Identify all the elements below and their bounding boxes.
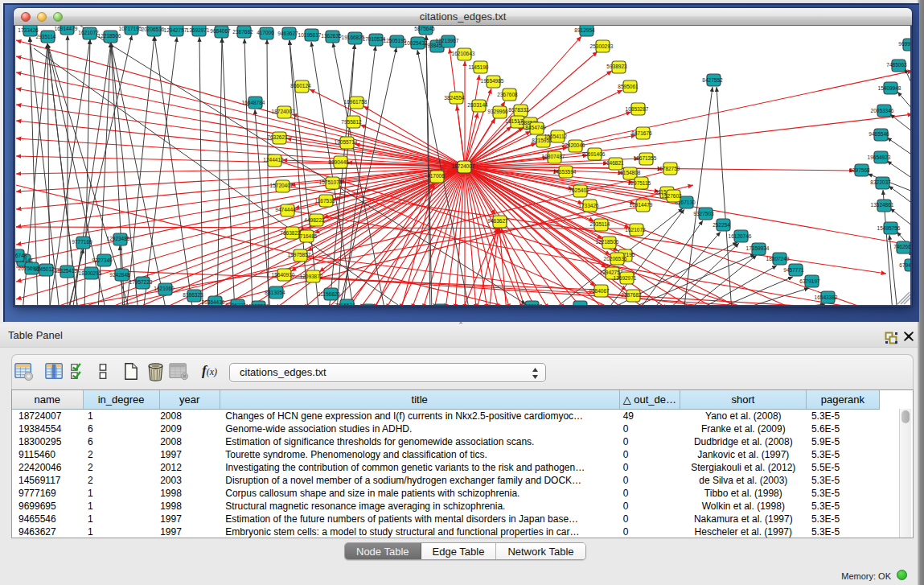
svg-text:16210643: 16210643 [452,51,475,56]
svg-text:2935114: 2935114 [36,34,56,39]
svg-text:6379197: 6379197 [799,278,820,284]
svg-text:12218506: 12218506 [596,239,619,245]
svg-text:417006: 417006 [257,30,274,35]
svg-text:10973493: 10973493 [568,304,591,307]
svg-text:20206536: 20206536 [142,27,165,32]
svg-text:417006: 417006 [427,173,445,179]
svg-text:15640910: 15640910 [272,272,295,278]
svg-text:8678332: 8678332 [508,107,529,113]
svg-text:3824554: 3824554 [444,95,465,101]
svg-text:2367608: 2367608 [497,92,518,97]
svg-text:10195817: 10195817 [298,32,322,38]
svg-text:12942757: 12942757 [164,27,187,33]
svg-text:2935114: 2935114 [590,221,610,227]
svg-text:252254: 252254 [713,222,730,228]
svg-text:16671355: 16671355 [634,155,657,161]
svg-text:22420046: 22420046 [562,142,585,148]
svg-text:9245012: 9245012 [34,266,55,272]
svg-text:18300295: 18300295 [79,270,102,276]
svg-text:1733426: 1733426 [578,203,599,208]
svg-text:8471676: 8471676 [631,130,652,136]
svg-text:18807249: 18807249 [766,256,790,262]
svg-text:9463627: 9463627 [487,218,508,224]
svg-text:6897568: 6897568 [849,167,870,173]
svg-text:20364436: 20364436 [202,299,225,305]
svg-text:20053346: 20053346 [871,108,894,113]
svg-text:14353594: 14353594 [553,169,577,175]
svg-text:9684067: 9684067 [589,288,610,294]
svg-text:1527602: 1527602 [661,193,682,199]
svg-text:1621072: 1621072 [78,30,99,35]
svg-text:12213967: 12213967 [436,38,459,43]
svg-text:13692971: 13692971 [187,27,210,33]
svg-text:1621072: 1621072 [625,227,646,233]
svg-text:12923485: 12923485 [107,236,130,241]
svg-text:1733426: 1733426 [18,27,39,33]
svg-text:9463627: 9463627 [277,31,298,36]
svg-text:18724007: 18724007 [272,109,295,114]
svg-text:11325419: 11325419 [55,268,78,274]
svg-text:25300293: 25300293 [590,43,614,49]
svg-text:16154808: 16154808 [618,170,641,175]
svg-text:2387682: 2387682 [232,29,253,35]
svg-text:19046748: 19046748 [15,253,27,258]
svg-text:15409948: 15409948 [878,85,901,91]
svg-text:19654923: 19654923 [868,154,891,160]
svg-text:7625402: 7625402 [569,187,589,193]
svg-text:2803144: 2803144 [467,102,488,108]
svg-text:16914479: 16914479 [55,26,78,31]
svg-text:8595061: 8595061 [618,84,639,89]
svg-text:2387682: 2387682 [621,292,642,298]
svg-text:9684067: 9684067 [210,28,231,34]
svg-text:9146821: 9146821 [603,160,624,166]
svg-text:16782759: 16782759 [657,166,680,171]
svg-text:8322037: 8322037 [870,179,891,185]
svg-text:9457771: 9457771 [783,267,804,273]
svg-text:5875645: 5875645 [414,26,435,31]
svg-text:17010534: 17010534 [363,36,386,42]
svg-text:15495756: 15495756 [877,225,901,231]
svg-text:10654112: 10654112 [544,134,568,139]
svg-text:16914479: 16914479 [630,202,653,208]
svg-text:10807487: 10807487 [542,154,565,159]
svg-text:12975115: 12975115 [628,180,651,186]
svg-text:14569117: 14569117 [519,303,543,307]
svg-text:13524861: 13524861 [871,202,894,208]
svg-text:7663822: 7663822 [280,230,301,236]
svg-text:7515524: 7515524 [335,303,355,307]
svg-text:7986322: 7986322 [225,303,246,307]
svg-text:5938923: 5938923 [606,64,627,69]
svg-text:17957223: 17957223 [129,279,153,285]
svg-text:8990448: 8990448 [328,159,349,165]
svg-text:1621060: 1621060 [154,286,175,291]
svg-text:1167533: 1167533 [315,198,335,204]
svg-text:16120746: 16120746 [729,233,752,239]
svg-text:8912954: 8912954 [574,27,595,33]
svg-text:9327503: 9327503 [693,211,714,216]
svg-text:6794028: 6794028 [899,262,912,268]
svg-text:8454749: 8454749 [525,125,546,130]
svg-text:20206536: 20206536 [604,256,627,262]
svg-text:8186323: 8186323 [183,292,203,298]
svg-text:7485063: 7485063 [886,62,907,68]
svg-text:17359934: 17359934 [746,245,770,251]
svg-text:9242848: 9242848 [109,272,130,278]
svg-text:8813054: 8813054 [265,290,285,295]
svg-text:19654985: 19654985 [481,78,504,84]
svg-text:13692971: 13692971 [614,275,637,281]
svg-text:11156829: 11156829 [318,291,340,297]
svg-text:9227349: 9227349 [92,257,113,263]
svg-text:7955812: 7955812 [341,119,362,125]
svg-text:15720407: 15720407 [270,183,294,188]
svg-text:746266: 746266 [893,244,911,249]
svg-text:9699695: 9699695 [898,41,912,47]
svg-text:10717195: 10717195 [119,26,142,31]
svg-text:1145190: 1145190 [469,64,489,70]
svg-text:16961758: 16961758 [344,99,368,105]
svg-text:16053809: 16053809 [246,303,269,307]
svg-text:9777169: 9777169 [72,239,92,245]
svg-text:9465546: 9465546 [869,131,889,137]
svg-text:4498222: 4498222 [304,217,325,223]
svg-text:18724007: 18724007 [452,163,475,169]
svg-text:16648784: 16648784 [242,100,265,105]
